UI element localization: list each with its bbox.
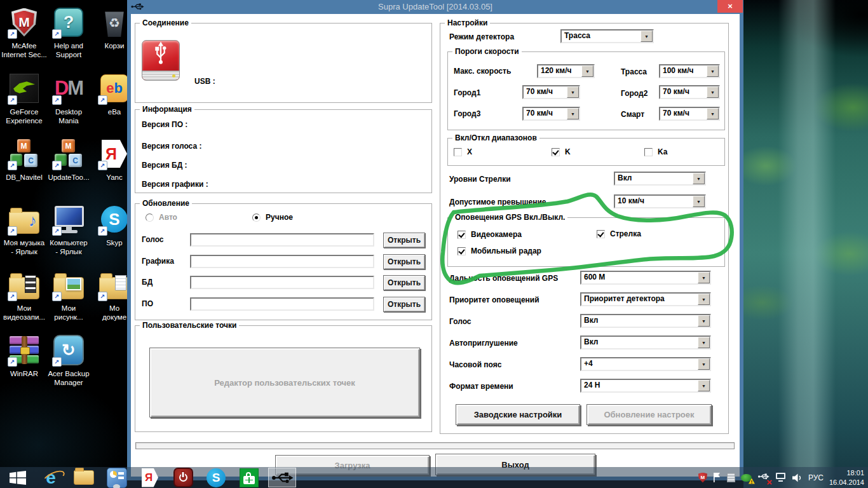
dropdown-arrow-icon[interactable] — [698, 380, 710, 391]
open-db-button[interactable]: Открыть — [383, 275, 425, 290]
shortcut-arrow-icon — [98, 292, 107, 301]
city3-speed-select[interactable]: 70 км/ч — [522, 107, 580, 121]
firmware-version-label: Версия ПО : — [142, 120, 187, 129]
arrow-levels-label: Уровни Стрелки — [449, 175, 511, 184]
window-titlebar[interactable]: Supra UpdateTool [2014.03.05] × — [127, 0, 743, 14]
dropdown-arrow-icon[interactable] — [693, 173, 705, 184]
auto-mute-select[interactable]: Вкл — [580, 336, 711, 349]
detector-mode-select[interactable]: Трасса — [560, 29, 654, 43]
speed-thresholds-group: Пороги скорости Макс. скорость 120 км/ч … — [447, 51, 725, 130]
dropdown-arrow-icon[interactable] — [698, 358, 710, 370]
taskbar-control-settings[interactable] — [103, 468, 131, 487]
shortcut-arrow-icon — [8, 95, 17, 105]
city2-speed-select[interactable]: 70 км/ч — [659, 85, 720, 99]
db-file-input[interactable] — [190, 276, 374, 289]
desktop-icon-acer-backup[interactable]: Acer Backup Manager — [42, 333, 95, 388]
shortcut-arrow-icon — [52, 226, 62, 236]
graphics-row-label: Графика — [142, 257, 174, 266]
voice-version-label: Версия голоса : — [142, 142, 201, 151]
alert-priority-select[interactable]: Приоритет детектора — [580, 292, 711, 306]
dropdown-arrow-icon[interactable] — [698, 315, 710, 327]
tray-mcafee-icon[interactable] — [698, 473, 707, 483]
supra-updatetool-window: Supra UpdateTool [2014.03.05] × Соединен… — [127, 0, 743, 480]
nvidia-warning-icon[interactable] — [741, 474, 752, 482]
shortcut-arrow-icon — [98, 226, 107, 236]
open-firmware-button[interactable]: Открыть — [383, 297, 425, 312]
strelka-checkbox[interactable]: Стрелка — [597, 229, 641, 238]
windows-store-icon — [240, 468, 259, 487]
band-ka-checkbox[interactable]: Ka — [644, 147, 667, 156]
dropdown-arrow-icon[interactable] — [693, 196, 705, 207]
battery-icon[interactable] — [727, 473, 735, 482]
band-x-checkbox[interactable]: X — [454, 147, 472, 156]
factory-settings-button[interactable]: Заводские настройки — [456, 404, 580, 425]
db-version-label: Версия БД : — [142, 161, 187, 170]
taskbar-yandex-browser[interactable] — [136, 468, 164, 487]
max-speed-select[interactable]: 120 км/ч — [537, 64, 595, 78]
yandex-icon — [142, 468, 158, 487]
time-format-select[interactable]: 24 H — [580, 379, 711, 393]
dropdown-arrow-icon[interactable] — [581, 65, 593, 77]
videocamera-checkbox[interactable]: Видеокамера — [458, 230, 522, 239]
gps-range-select[interactable]: 600 М — [580, 271, 711, 285]
dropdown-arrow-icon[interactable] — [707, 108, 719, 119]
window-title: Supra UpdateTool [2014.03.05] — [127, 2, 743, 11]
taskbar-file-explorer[interactable] — [70, 468, 98, 487]
voice-file-input[interactable] — [190, 233, 374, 247]
mobile-radar-checkbox[interactable]: Мобильный радар — [458, 247, 541, 255]
clock-time: 18:01 — [829, 468, 864, 478]
firmware-row-label: ПО — [142, 299, 153, 308]
dropdown-arrow-icon[interactable] — [567, 86, 579, 98]
allowed-excess-select[interactable]: 10 км/ч — [614, 194, 706, 208]
dropdown-arrow-icon[interactable] — [698, 337, 710, 348]
dropdown-arrow-icon[interactable] — [641, 30, 653, 42]
arrow-levels-select[interactable]: Вкл — [614, 172, 706, 186]
dropdown-arrow-icon[interactable] — [698, 272, 710, 283]
city1-speed-select[interactable]: 70 км/ч — [522, 85, 580, 99]
highway-speed-select[interactable]: 100 км/ч — [659, 64, 720, 78]
folder-icon — [74, 470, 94, 485]
auto-mute-label: Автоприглушение — [449, 339, 518, 348]
taskbar-skype[interactable] — [202, 468, 230, 487]
open-graphics-button[interactable]: Открыть — [383, 254, 425, 269]
dropdown-arrow-icon[interactable] — [707, 86, 719, 98]
usb-trident-icon — [271, 471, 294, 485]
dropdown-arrow-icon[interactable] — [707, 65, 719, 77]
city3-label: Город3 — [454, 109, 480, 118]
volume-icon[interactable] — [792, 473, 803, 482]
taskbar-power-app[interactable] — [169, 468, 197, 487]
shortcut-arrow-icon — [52, 95, 62, 105]
update-settings-button[interactable]: Обновление настроек — [587, 404, 712, 425]
dropdown-arrow-icon[interactable] — [698, 294, 710, 305]
settings-tiles-icon — [107, 468, 127, 488]
manual-update-radio[interactable]: Ручное — [252, 213, 293, 222]
shortcut-arrow-icon — [8, 161, 17, 170]
band-k-checkbox[interactable]: K — [552, 147, 571, 156]
timezone-select[interactable]: +4 — [580, 357, 711, 371]
action-center-flag-icon[interactable] — [713, 472, 721, 483]
user-points-editor-button[interactable]: Редактор пользовательских точек — [149, 348, 420, 417]
window-client-area: Соединение USB : Информация Версия ПО : … — [131, 14, 740, 477]
time-format-label: Формат времени — [449, 382, 513, 391]
taskbar-internet-explorer[interactable] — [37, 468, 65, 487]
usb-disconnected-icon[interactable] — [757, 472, 770, 484]
firmware-file-input[interactable] — [190, 297, 374, 311]
network-icon[interactable] — [776, 473, 787, 482]
auto-update-radio[interactable]: Авто — [146, 213, 177, 222]
close-button[interactable]: × — [717, 0, 743, 13]
shortcut-arrow-icon — [52, 29, 62, 39]
start-button[interactable] — [4, 468, 32, 487]
graphics-file-input[interactable] — [190, 255, 374, 268]
information-group: Информация Версия ПО : Версия голоса : В… — [135, 109, 432, 193]
language-indicator[interactable]: РУС — [808, 473, 824, 482]
taskbar-supra-updatetool[interactable] — [268, 468, 296, 487]
dropdown-arrow-icon[interactable] — [567, 108, 579, 119]
taskbar-clock[interactable]: 18:01 16.04.2014 — [829, 468, 864, 487]
recycle-bin-icon — [103, 8, 126, 37]
voice-select[interactable]: Вкл — [580, 314, 711, 328]
city2-label: Город2 — [621, 89, 648, 98]
open-voice-button[interactable]: Открыть — [383, 233, 425, 248]
clock-date: 16.04.2014 — [829, 478, 864, 487]
smart-speed-select[interactable]: 70 км/ч — [659, 107, 720, 121]
taskbar-windows-store[interactable] — [235, 468, 263, 487]
